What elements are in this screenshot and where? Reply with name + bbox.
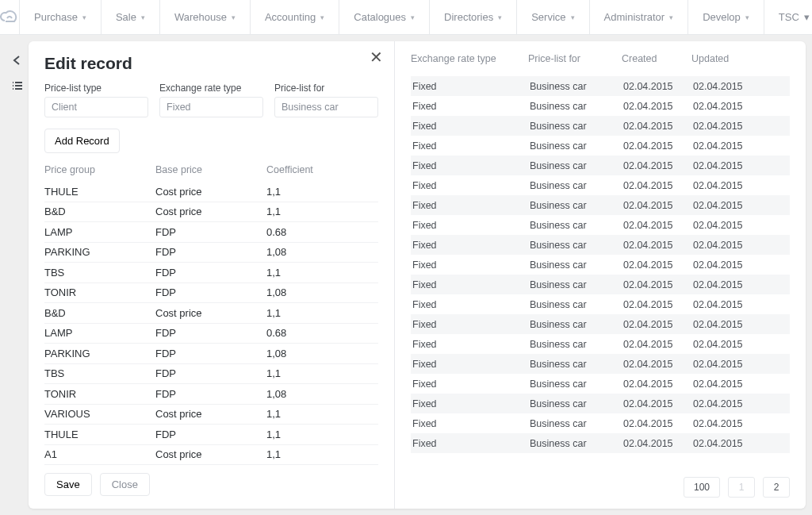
exchange-rate-type-input[interactable]: Fixed bbox=[159, 97, 263, 117]
list-row[interactable]: FixedBusiness car02.04.201502.04.2015 bbox=[411, 116, 790, 136]
add-record-button[interactable]: Add Record bbox=[44, 129, 120, 153]
cell-exchange-rate-type: Fixed bbox=[411, 398, 522, 409]
sub-table-row[interactable]: THULEFDP1,1 bbox=[44, 425, 378, 445]
pager-prev-page[interactable]: 1 bbox=[728, 477, 755, 498]
list-row[interactable]: FixedBusiness car02.04.201502.04.2015 bbox=[411, 255, 790, 275]
nav-item-label: Catalogues bbox=[354, 11, 406, 23]
sub-table-row[interactable]: PARKINGFDP1,08 bbox=[44, 243, 378, 263]
field-price-list-for: Price-list for Business car bbox=[274, 83, 378, 117]
cell-coefficient: 1,1 bbox=[266, 206, 346, 217]
price-list-type-input[interactable]: Client bbox=[44, 97, 148, 117]
cell-price-group: TONIR bbox=[44, 388, 155, 400]
cell-created: 02.04.2015 bbox=[622, 339, 685, 350]
sub-table-row[interactable]: B&DCost price1,1 bbox=[44, 303, 378, 324]
list-icon bbox=[11, 80, 24, 91]
sub-table-row[interactable]: LAMPFDP0.68 bbox=[44, 222, 378, 243]
cell-exchange-rate-type: Fixed bbox=[411, 121, 522, 132]
cell-created: 02.04.2015 bbox=[622, 438, 685, 449]
panel-title: Edit record bbox=[44, 54, 378, 73]
col-base-price: Base price bbox=[155, 164, 266, 175]
cell-base-price: Cost price bbox=[155, 307, 266, 319]
price-list-for-input[interactable]: Business car bbox=[274, 97, 378, 117]
cell-price-list-for: Business car bbox=[528, 180, 615, 191]
list-row[interactable]: FixedBusiness car02.04.201502.04.2015 bbox=[411, 235, 790, 255]
nav-item-label: Directories bbox=[444, 11, 493, 23]
arrow-left-icon bbox=[11, 55, 24, 66]
nav-item[interactable]: Warehouse▾ bbox=[160, 0, 251, 34]
page-size-select[interactable]: 100 bbox=[684, 477, 720, 498]
nav-item[interactable]: Accounting▾ bbox=[251, 0, 339, 34]
sub-table-row[interactable]: A1Cost price1,1 bbox=[44, 445, 378, 466]
nav-item[interactable]: Sale▾ bbox=[102, 0, 160, 34]
nav-item[interactable]: Directories▾ bbox=[430, 0, 517, 34]
list-row[interactable]: FixedBusiness car02.04.201502.04.2015 bbox=[411, 275, 790, 294]
app-logo[interactable] bbox=[0, 0, 20, 34]
sub-table-row[interactable]: TBSFDP1,1 bbox=[44, 364, 378, 385]
sub-table-row[interactable]: LAMPFDP0.68 bbox=[44, 324, 378, 344]
cell-created: 02.04.2015 bbox=[622, 379, 685, 390]
cell-updated: 02.04.2015 bbox=[691, 319, 755, 330]
cell-price-list-for: Business car bbox=[528, 259, 615, 271]
sub-table-row[interactable]: B&DCost price1,1 bbox=[44, 202, 378, 223]
edit-record-panel: ✕ Edit record Price-list type Client Exc… bbox=[29, 41, 395, 509]
nav-item-label: Develop bbox=[703, 11, 741, 23]
list-row[interactable]: FixedBusiness car02.04.201502.04.2015 bbox=[411, 215, 790, 235]
cell-coefficient: 1,1 bbox=[266, 186, 346, 198]
list-row[interactable]: FixedBusiness car02.04.201502.04.2015 bbox=[411, 334, 790, 354]
cell-price-list-for: Business car bbox=[528, 220, 615, 231]
cell-exchange-rate-type: Fixed bbox=[411, 220, 522, 231]
cloud-logo-icon bbox=[0, 8, 19, 27]
sub-table-row[interactable]: VARIOUSCost price1,1 bbox=[44, 405, 378, 425]
cell-base-price: Cost price bbox=[155, 206, 266, 217]
chevron-down-icon: ▾ bbox=[82, 13, 86, 21]
nav-item[interactable]: Catalogues▾ bbox=[339, 0, 430, 34]
pager-current-page[interactable]: 2 bbox=[763, 477, 790, 498]
save-button[interactable]: Save bbox=[44, 473, 92, 496]
cell-price-list-for: Business car bbox=[528, 398, 615, 409]
cell-coefficient: 1,08 bbox=[266, 388, 346, 400]
chevron-down-icon: ▾ bbox=[571, 13, 575, 21]
list-row[interactable]: FixedBusiness car02.04.201502.04.2015 bbox=[411, 374, 790, 394]
nav-item[interactable]: Develop▾ bbox=[688, 0, 764, 34]
cell-exchange-rate-type: Fixed bbox=[411, 299, 522, 310]
list-row[interactable]: FixedBusiness car02.04.201502.04.2015 bbox=[411, 394, 790, 413]
cell-exchange-rate-type: Fixed bbox=[411, 339, 522, 350]
list-row[interactable]: FixedBusiness car02.04.201502.04.2015 bbox=[411, 175, 790, 195]
cell-updated: 02.04.2015 bbox=[691, 379, 755, 390]
cell-price-group: PARKING bbox=[44, 348, 155, 359]
field-row: Price-list type Client Exchange rate typ… bbox=[44, 83, 378, 117]
sub-table-row[interactable]: TONIRFDP1,08 bbox=[44, 283, 378, 304]
list-row[interactable]: FixedBusiness car02.04.201502.04.2015 bbox=[411, 314, 790, 334]
back-button[interactable] bbox=[10, 53, 25, 67]
cell-coefficient: 1,08 bbox=[266, 246, 346, 258]
sub-table-header: Price group Base price Coefficient bbox=[44, 161, 378, 182]
cell-price-list-for: Business car bbox=[528, 359, 615, 370]
sub-table-row[interactable]: TONIRFDP1,08 bbox=[44, 384, 378, 405]
cell-price-group: TBS bbox=[44, 267, 155, 279]
sub-table-row[interactable]: TBSFDP1,1 bbox=[44, 263, 378, 283]
list-view-button[interactable] bbox=[10, 79, 25, 93]
sub-table-row[interactable]: PARKINGFDP1,08 bbox=[44, 344, 378, 364]
nav-item[interactable]: Administrator▾ bbox=[590, 0, 689, 34]
cell-created: 02.04.2015 bbox=[622, 279, 685, 290]
close-button[interactable]: Close bbox=[100, 473, 150, 496]
user-menu[interactable]: TSC ▾ bbox=[764, 0, 812, 34]
list-row[interactable]: FixedBusiness car02.04.201502.04.2015 bbox=[411, 156, 790, 175]
close-panel-button[interactable]: ✕ bbox=[370, 49, 383, 65]
nav-item[interactable]: Service▾ bbox=[517, 0, 589, 34]
cell-updated: 02.04.2015 bbox=[691, 398, 755, 409]
cell-base-price: Cost price bbox=[155, 448, 266, 460]
list-row[interactable]: FixedBusiness car02.04.201502.04.2015 bbox=[411, 136, 790, 156]
list-row[interactable]: FixedBusiness car02.04.201502.04.2015 bbox=[411, 413, 790, 433]
list-row[interactable]: FixedBusiness car02.04.201502.04.2015 bbox=[411, 76, 790, 96]
nav-item[interactable]: Purchase▾ bbox=[20, 0, 102, 34]
list-row[interactable]: FixedBusiness car02.04.201502.04.2015 bbox=[411, 354, 790, 374]
sub-table-row[interactable]: THULECost price1,1 bbox=[44, 182, 378, 202]
list-row[interactable]: FixedBusiness car02.04.201502.04.2015 bbox=[411, 433, 790, 453]
cell-updated: 02.04.2015 bbox=[691, 438, 755, 449]
list-row[interactable]: FixedBusiness car02.04.201502.04.2015 bbox=[411, 96, 790, 116]
user-menu-label: TSC bbox=[779, 11, 799, 23]
field-label: Price-list type bbox=[44, 83, 148, 94]
list-row[interactable]: FixedBusiness car02.04.201502.04.2015 bbox=[411, 294, 790, 314]
list-row[interactable]: FixedBusiness car02.04.201502.04.2015 bbox=[411, 195, 790, 215]
